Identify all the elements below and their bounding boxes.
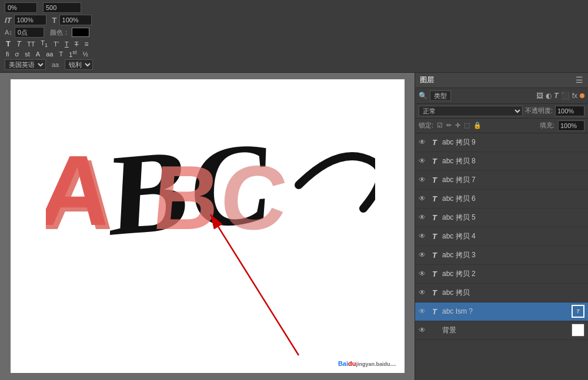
lock-icon-check[interactable]: ☑ [437,122,443,129]
lock-icon-move[interactable]: ✛ [455,122,460,129]
abc-artwork: A A BC B C [46,115,375,279]
props-row-3: A↕ 颜色： [5,27,583,38]
layer-eye-5[interactable]: 👁 [419,213,427,221]
fmt-half[interactable]: ½ [81,51,89,58]
layer-item-3[interactable]: 👁Tabc 拷贝 3 [415,246,588,265]
fmt-st[interactable]: st [24,51,31,58]
search-icon: 🔍 [419,92,427,100]
main-area: A A BC B C [0,73,588,380]
filter-icon-shape[interactable]: ⬛ [561,92,570,100]
filter-icon-image[interactable]: 🖼 [536,92,543,100]
layer-name-0: abc Ism ? [442,307,568,315]
filter-icon-fx[interactable]: fx [572,92,577,100]
layer-name-2: abc 拷贝 2 [442,269,584,279]
fmt-t1[interactable]: T1 [39,39,49,48]
svg-text:A: A [46,135,116,247]
layer-item-4[interactable]: 👁Tabc 拷贝 4 [415,227,588,246]
layer-item-9[interactable]: 👁Tabc 拷贝 9 [415,133,588,152]
fmt-italic[interactable]: T [15,39,22,48]
blend-opacity-row: 正常 不透明度: [415,104,588,119]
filter-icon-text[interactable]: T [554,92,558,100]
layer-item-2[interactable]: 👁Tabc 拷贝 2 [415,265,588,284]
baidu-watermark: Baidujingyan.baidu.... [335,359,400,368]
layer-type-icon-3: T [430,251,439,260]
language-select[interactable]: 美国英语 [5,59,46,70]
layer-type-icon-5: T [430,213,439,222]
layer-item-0[interactable]: 👁Tabc Ism ?T [415,302,588,321]
layer-name-6: abc 拷贝 6 [442,194,584,204]
percent-input[interactable]: 0% [5,2,37,13]
layer-item-1[interactable]: 👁Tabc 拷贝 [415,284,588,302]
layer-thumb-0: T [572,305,584,318]
layer-eye-0[interactable]: 👁 [419,307,427,315]
layer-type-icon-4: T [430,232,439,241]
fmt-aa[interactable]: A [35,51,41,58]
opacity-label: 不透明度: [525,106,553,115]
fontsize-input[interactable]: 500 [43,2,81,13]
layer-item-8[interactable]: 👁Tabc 拷贝 8 [415,152,588,171]
opacity-input[interactable] [555,106,584,116]
layer-item--1[interactable]: 👁背景 [415,321,588,340]
aa-label: aa [52,61,59,68]
layer-type-icon-1: T [430,288,439,297]
fmt-align[interactable]: ≡ [83,40,89,48]
filter-active-dot [580,93,584,98]
layers-title: 图层 [420,75,434,85]
layer-type-icon-9: T [430,138,439,147]
lock-icon-artboard[interactable]: ⬚ [464,122,470,129]
layer-name-9: abc 拷贝 9 [442,137,584,147]
layer-eye-8[interactable]: 👁 [419,157,427,165]
fmt-sigma[interactable]: σ [14,51,21,58]
lock-icon-pen[interactable]: ✏ [446,122,452,129]
layer-eye-3[interactable]: 👁 [419,251,427,259]
props-row-1: 0% 500 [5,2,583,13]
fmt-t-sup[interactable]: T [58,51,64,58]
layer-item-7[interactable]: 👁Tabc 拷贝 7 [415,171,588,190]
layer-eye-2[interactable]: 👁 [419,270,427,278]
fmt-aa2[interactable]: aa [45,51,54,58]
lock-label: 锁定: [419,121,433,130]
text-format-row-1: T T TT T1 T' T T ≡ [5,39,583,48]
layer-search-row: 🔍 类型 🖼 ◐ T ⬛ fx [415,88,588,104]
scale-h-label: IT [5,16,12,25]
panel-menu-icon[interactable]: ☰ [576,75,583,85]
layer-eye-7[interactable]: 👁 [419,176,427,184]
layer-name-3: abc 拷贝 3 [442,250,584,260]
layer-item-5[interactable]: 👁Tabc 拷贝 5 [415,209,588,227]
props-row-2: IT T [5,15,583,25]
layer-eye-9[interactable]: 👁 [419,138,427,146]
kern-input[interactable] [15,27,44,38]
layer-type-icon-6: T [430,194,439,203]
text-format-row-2: fi σ st A aa T 1st ½ [5,49,583,58]
fmt-t4[interactable]: T [74,41,80,48]
svg-text:B: B [149,147,223,249]
scale-h-input[interactable] [14,15,46,25]
blend-mode-select[interactable]: 正常 [419,106,523,116]
fmt-tt[interactable]: TT [26,41,36,48]
scale-v-input[interactable] [59,15,92,25]
layer-eye--1[interactable]: 👁 [419,326,427,334]
fill-input[interactable] [558,120,584,131]
layer-item-6[interactable]: 👁Tabc 拷贝 6 [415,190,588,209]
layer-eye-1[interactable]: 👁 [419,288,427,297]
layer-eye-6[interactable]: 👁 [419,194,427,203]
filter-icon-adjust[interactable]: ◐ [546,92,552,100]
lock-icon-lock[interactable]: 🔒 [473,122,482,129]
color-label: 颜色： [50,28,69,37]
layers-panel-header: 图层 ☰ [415,73,588,88]
fmt-t2[interactable]: T' [52,41,60,48]
kern-label: A↕ [5,29,12,36]
layer-eye-4[interactable]: 👁 [419,232,427,240]
fmt-fi[interactable]: fi [5,51,11,58]
layer-name-7: abc 拷贝 7 [442,175,584,185]
canvas-area: A A BC B C [0,73,415,380]
fmt-t3[interactable]: T [64,41,70,48]
type-label[interactable]: 类型 [430,90,451,101]
layer-thumb-bg [572,324,584,337]
lock-fill-row: 锁定: ☑ ✏ ✛ ⬚ 🔒 填充: [415,119,588,133]
prop-scale-h: IT [5,15,46,25]
color-swatch[interactable] [72,28,89,37]
fmt-1st[interactable]: 1st [68,49,78,58]
fmt-bold[interactable]: T [5,39,12,48]
sharp-select[interactable]: 锐利 [65,59,93,70]
